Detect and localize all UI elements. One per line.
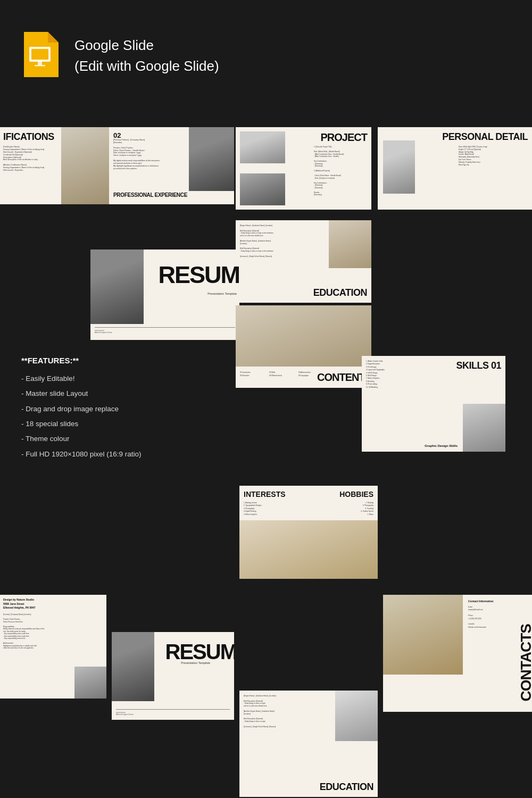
education-content: [Degree Name] - [Institution Name], [Loc… (240, 225, 323, 257)
resume-bl-content: Design by Nature Studio5568 Jane StreetE… (0, 595, 106, 653)
feature-item-4: - 18 special slides (21, 417, 346, 431)
slide-resume-main[interactable]: RESUM Presentation Template ●●●●●●●●●● A… (90, 250, 239, 340)
interests-list: 1. Analogy interest 2. Typographical Des… (244, 502, 297, 516)
project-title: PROJECT (321, 131, 367, 144)
header-title: Google Slide (Edit with Google Slide) (74, 35, 219, 77)
project-content: 1. [Describe Project Title] Role: [Defin… (314, 146, 367, 196)
skill-10: 10. 3D Modeling (366, 386, 378, 388)
contacts-image (383, 595, 463, 675)
skills-slide-wrapper: 1. Adobe Creative Suite 2. Digital illus… (362, 356, 511, 452)
skill-6: 6. Web Design (366, 375, 377, 377)
professional-text: [Previous Position] - [Company Name] [De… (113, 139, 192, 170)
slide-certifications[interactable]: IFICATIONS [Certification Name] Issuing … (0, 127, 109, 204)
education-bottom-title: EDUCATION (320, 782, 373, 793)
skills-image (463, 404, 505, 452)
skill-8: 8. Branding (366, 380, 374, 383)
personal-details-text: Date of Birth: April 2000, 25 years of a… (459, 146, 528, 166)
feature-item-3: - Drag and drop image replace (21, 402, 346, 417)
resume-bottom-line: ●●●●●●●●●● Alberto Designer Gomez (95, 327, 235, 334)
skill-7: 7. Motion Graphics (366, 377, 379, 379)
hobbies-heading: HOBBIES (339, 490, 373, 498)
interests-row: INTERESTS HOBBIES 1. Analogy interest 2.… (0, 478, 532, 589)
slides-row-2: [Degree Name] - [Institution Name], [Loc… (0, 218, 532, 340)
contents-image (236, 305, 371, 367)
skill-1: 1. Adobe Creative Suite (366, 360, 383, 362)
contacts-info: Contact Information Email: example@email… (468, 599, 511, 629)
slides-preview-area: IFICATIONS [Certification Name] Issuing … (0, 101, 532, 340)
resume-center-title: RESUM (165, 640, 234, 664)
education-bottom-image (335, 691, 378, 741)
resume-company-name: Design by Nature Studio5568 Jane StreetE… (3, 598, 103, 610)
feature-item-6: - Full HD 1920×1080 pixel (16:9 ratio) (21, 447, 346, 462)
interests-heading: INTERESTS (244, 490, 286, 498)
ifications-image (61, 127, 109, 204)
feature-item-5: - Theme colour (21, 431, 346, 446)
professional-image (189, 127, 234, 191)
skill-9: 9. Photo editing (366, 383, 377, 385)
svg-rect-1 (31, 49, 48, 60)
skills-list-left: 1. Adobe Creative Suite 2. Digital illus… (366, 360, 425, 389)
resume-main-image (90, 250, 144, 324)
hobbies-list: 1. Reading 2. Photography 3. Traveling 4… (320, 502, 373, 516)
resume-center-image (112, 632, 154, 701)
resume-center-footer: ●●●●●●●●●●Alberto Designer Gomez (116, 709, 230, 716)
resume-center-subtitle: Presentation Template (181, 661, 210, 664)
slide-resume-center[interactable]: RESUM Presentation Template ●●●●●●●●●●Al… (112, 632, 234, 720)
slide-professional-experience[interactable]: 02 [Previous Position] - [Company Name] … (109, 127, 234, 204)
header-text-block: Google Slide (Edit with Google Slide) (74, 35, 219, 77)
skill-4: 4. Layout and Typography (366, 369, 385, 371)
professional-num: 02 (113, 131, 121, 139)
skill-2: 2. Digital illustration (366, 363, 380, 365)
slide-skills[interactable]: 1. Adobe Creative Suite 2. Digital illus… (362, 356, 505, 452)
education-image (329, 220, 371, 268)
resume-big-title: RESUM (158, 263, 239, 287)
slide-personal-detail[interactable]: PERSONAL DETAIL Date of Birth: April 200… (378, 127, 532, 210)
interests-hobbies-container: INTERESTS HOBBIES 1. Analogy interest 2.… (0, 478, 532, 589)
svg-rect-2 (38, 62, 42, 65)
interests-image (239, 520, 378, 579)
resume-bl-image (74, 667, 106, 699)
slide-resume-bottom-left[interactable]: Design by Nature Studio5568 Jane StreetE… (0, 595, 106, 699)
header-section: Google Slide (Edit with Google Slide) (0, 0, 532, 101)
resume-subtitle: Presentation Template (207, 292, 237, 295)
slide-education[interactable]: [Degree Name] - [Institution Name], [Loc… (236, 220, 371, 303)
slide-education-bottom[interactable]: [Degree Name] - [Institution Name], [Loc… (239, 691, 378, 797)
slide-contacts[interactable]: Contact Information Email: example@email… (383, 595, 532, 712)
project-image-2 (240, 173, 285, 205)
personal-detail-title: PERSONAL DETAIL (442, 131, 528, 143)
skills-title: SKILLS 01 (456, 360, 501, 371)
bottom-section: Design by Nature Studio5568 Jane StreetE… (0, 589, 532, 744)
svg-rect-3 (35, 65, 45, 66)
google-slides-icon (21, 32, 59, 79)
slide-project[interactable]: PROJECT 1. [Describe Project Title] Role… (236, 127, 371, 210)
slide-contents[interactable]: 01 Introduction 02 Education 03 Skills 0… (236, 305, 371, 388)
contacts-title: CONTACTS (518, 624, 532, 701)
skill-5: 5. UI/UX Design (366, 372, 378, 374)
slide-interests-hobbies[interactable]: INTERESTS HOBBIES 1. Analogy interest 2.… (239, 486, 378, 579)
education-title: EDUCATION (313, 287, 367, 298)
feature-item-2: - Master slide Layout (21, 386, 346, 401)
skills-subtitle: Graphic Design Skills (425, 444, 458, 447)
slides-row-1: IFICATIONS [Certification Name] Issuing … (0, 106, 532, 212)
skill-3: 3. Print Design (366, 366, 377, 368)
education-bottom-content: [Degree Name] - [Institution Name], [Loc… (244, 695, 330, 728)
personal-image (383, 140, 415, 194)
project-image-1 (240, 131, 285, 163)
contents-list: 01 Introduction 02 Education 03 Skills 0… (240, 371, 325, 377)
professional-experience-title: PROFESSIONAL EXPERIENCE (113, 192, 187, 198)
